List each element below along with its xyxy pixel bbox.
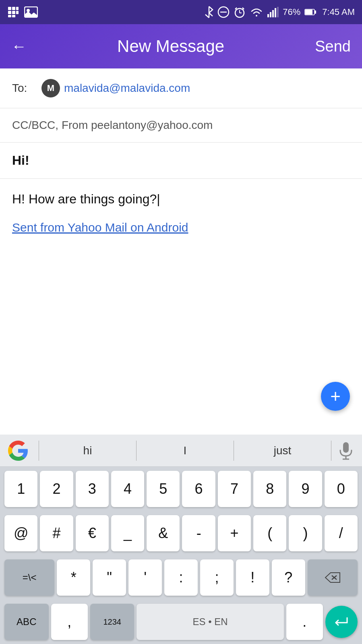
key-slash[interactable]: / (325, 515, 358, 551)
mic-icon[interactable] (334, 439, 358, 463)
wifi-icon (250, 7, 263, 17)
back-button[interactable]: ← (11, 38, 27, 55)
send-button[interactable]: Send (315, 38, 351, 55)
battery-percent: 76% (283, 7, 300, 17)
key-9[interactable]: 9 (289, 471, 322, 507)
to-label: To: (12, 82, 34, 95)
svg-rect-21 (314, 10, 316, 14)
key-5[interactable]: 5 (147, 471, 180, 507)
svg-rect-19 (277, 7, 279, 17)
key-more-symbols[interactable]: =\< (4, 559, 54, 596)
key-plus[interactable]: + (218, 515, 251, 551)
key-underscore[interactable]: _ (111, 515, 144, 551)
suggestion-i[interactable]: I (139, 444, 231, 457)
suggestion-hi[interactable]: hi (41, 444, 134, 457)
key-question[interactable]: ? (272, 559, 305, 596)
keyboard: hi I just 1 2 3 4 5 6 7 8 9 0 @ # € (0, 435, 362, 644)
app-bar: ← New Message Send (0, 24, 362, 68)
status-bar-right: 76% 7:45 AM (205, 6, 355, 19)
key-exclaim[interactable]: ! (236, 559, 269, 596)
signature-link[interactable]: Sent from Yahoo Mail on Android (12, 221, 350, 234)
svg-rect-16 (270, 12, 271, 17)
svg-rect-3 (8, 11, 11, 14)
key-2[interactable]: 2 (40, 471, 73, 507)
image-icon (24, 6, 38, 18)
battery-icon (304, 8, 316, 16)
key-lparen[interactable]: ( (253, 515, 286, 551)
key-hash[interactable]: # (40, 515, 73, 551)
content-area: To: M malavida@malavida.com CC/BCC, From… (0, 68, 362, 419)
key-comma[interactable]: , (51, 604, 88, 640)
key-period[interactable]: . (286, 604, 323, 640)
svg-rect-0 (8, 7, 11, 10)
fab-button[interactable]: + (321, 382, 350, 411)
recipient-email[interactable]: malavida@malavida.com (64, 82, 190, 95)
key-numbers[interactable]: 1234 (90, 604, 134, 640)
symbol-row-1: @ # € _ & - + ( ) / (0, 511, 362, 555)
key-6[interactable]: 6 (182, 471, 215, 507)
key-minus[interactable]: - (182, 515, 215, 551)
recipient-avatar: M (41, 79, 60, 97)
suggestion-divider-3 (234, 441, 234, 461)
svg-rect-2 (16, 7, 19, 10)
svg-rect-6 (8, 15, 11, 17)
svg-rect-5 (16, 11, 19, 14)
key-rparen[interactable]: ) (289, 515, 322, 551)
bottom-row: ABC , 1234 ES • EN . (0, 600, 362, 644)
key-0[interactable]: 0 (325, 471, 358, 507)
recipient-chip: M malavida@malavida.com (41, 79, 190, 97)
key-backspace[interactable] (308, 559, 358, 596)
status-bar: 76% 7:45 AM (0, 0, 362, 24)
key-squote[interactable]: ' (128, 559, 162, 596)
svg-rect-7 (12, 15, 15, 17)
cc-bcc-text: CC/BCC, From peelantony@yahoo.com (12, 119, 213, 132)
subject-text: Hi! (12, 153, 29, 168)
subject-row[interactable]: Hi! (0, 143, 362, 179)
key-star[interactable]: * (57, 559, 90, 596)
key-dquote[interactable]: " (93, 559, 126, 596)
key-enter[interactable] (325, 606, 358, 638)
key-ampersand[interactable]: & (147, 515, 180, 551)
dnd-icon (217, 6, 230, 18)
svg-rect-18 (275, 8, 276, 17)
cc-bcc-row[interactable]: CC/BCC, From peelantony@yahoo.com (0, 108, 362, 143)
google-logo (4, 437, 32, 465)
key-euro[interactable]: € (76, 515, 109, 551)
key-abc[interactable]: ABC (4, 604, 49, 640)
svg-rect-4 (12, 11, 15, 14)
svg-rect-23 (343, 442, 349, 453)
key-space[interactable]: ES • EN (137, 604, 283, 640)
time: 7:45 AM (322, 7, 355, 17)
suggestion-divider-4 (331, 441, 331, 461)
key-1[interactable]: 1 (4, 471, 37, 507)
key-3[interactable]: 3 (76, 471, 109, 507)
svg-rect-15 (267, 14, 269, 17)
email-fields: To: M malavida@malavida.com CC/BCC, From… (0, 68, 362, 308)
page-title: New Message (27, 37, 315, 56)
key-at[interactable]: @ (4, 515, 37, 551)
bluetooth-icon (205, 6, 213, 19)
key-4[interactable]: 4 (111, 471, 144, 507)
suggestion-divider-2 (136, 441, 137, 461)
suggestion-divider-1 (39, 441, 39, 461)
to-field-row[interactable]: To: M malavida@malavida.com (0, 68, 362, 108)
number-row: 1 2 3 4 5 6 7 8 9 0 (0, 467, 362, 511)
body-area[interactable]: H! How are things going?| Sent from Yaho… (0, 179, 362, 308)
symbol-row-2: =\< * " ' : ; ! ? (0, 555, 362, 600)
status-bar-left (7, 6, 38, 18)
signal-icon (267, 7, 279, 17)
key-semicolon[interactable]: ; (200, 559, 234, 596)
suggestion-bar: hi I just (0, 435, 362, 467)
svg-rect-17 (272, 10, 274, 17)
suggestion-just[interactable]: just (236, 444, 329, 457)
key-colon[interactable]: : (164, 559, 198, 596)
svg-rect-1 (12, 7, 15, 10)
grid-icon (7, 6, 19, 18)
body-text: H! How are things going?| (12, 192, 160, 206)
key-7[interactable]: 7 (218, 471, 251, 507)
key-8[interactable]: 8 (253, 471, 286, 507)
svg-rect-22 (305, 10, 312, 14)
alarm-icon (234, 6, 246, 18)
